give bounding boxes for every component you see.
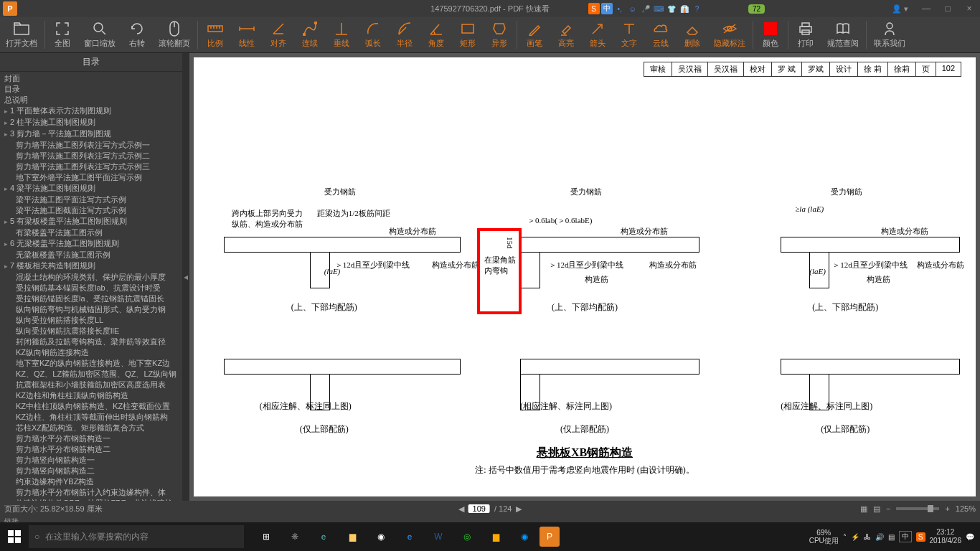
page-number-input[interactable]: 109 xyxy=(468,504,490,513)
tray-up-icon[interactable]: ˄ xyxy=(843,533,847,541)
edge-icon[interactable]: ｅ xyxy=(310,522,337,551)
accel-icon[interactable]: ⚡ xyxy=(851,533,859,541)
toolbar-align-button[interactable]: 对齐 xyxy=(263,17,294,52)
cpu-meter[interactable]: 69% CPU使用 xyxy=(809,529,839,545)
app-icon-3[interactable]: ◉ xyxy=(511,522,538,551)
toc-item[interactable]: 混凝土结构的环境类别、保护层的最小厚度 xyxy=(3,272,182,283)
toolbar-text-button[interactable]: 文字 xyxy=(613,17,645,52)
battery-icon[interactable]: ▤ xyxy=(888,533,895,541)
ie-icon[interactable]: ｅ xyxy=(396,522,423,551)
toolbar-curve-button[interactable]: 连续 xyxy=(294,17,326,52)
toc-item[interactable]: 约束边缘构件YBZ构造 xyxy=(3,476,182,487)
toc-item[interactable]: KZ边柱、角柱柱顶等截面伸出时纵向钢筋构 xyxy=(3,412,182,423)
sogou-tray-icon[interactable]: S xyxy=(916,532,925,542)
toc-item[interactable]: 受拉钢筋基本锚固长度lab、抗震设计时受 xyxy=(3,283,182,293)
toc-item[interactable]: 2 柱平法施工图制图规则 xyxy=(3,117,182,128)
ime-indicator[interactable]: 中 xyxy=(899,531,912,542)
toc-item[interactable]: 有梁楼盖平法施工图示例 xyxy=(3,227,182,238)
ime-emoji-icon[interactable]: ☺ xyxy=(627,3,639,14)
sogou-icon[interactable]: S xyxy=(588,3,600,14)
network-icon[interactable]: 🖧 xyxy=(864,533,871,541)
ime-keyboard-icon[interactable]: ⌨ xyxy=(653,3,664,14)
toc-item[interactable]: 剪力墙竖向钢筋构造二 xyxy=(3,466,182,476)
toc-item[interactable]: 地下室外墙平法施工图平面注写示例 xyxy=(3,172,182,183)
ime-skin1-icon[interactable]: 👕 xyxy=(666,3,677,14)
toolbar-arc-button[interactable]: 弧长 xyxy=(357,17,389,52)
toc-item[interactable]: 梁平法施工图截面注写方式示例 xyxy=(3,205,182,216)
toc-item[interactable]: 剪力墙水平分布钢筋构造一 xyxy=(3,433,182,444)
toc-item[interactable]: KZ中柱柱顶纵向钢筋构造、KZ柱变截面位置 xyxy=(3,401,182,412)
toc-item[interactable]: 抗震框架柱和小墙肢箍筋加密区高度选用表 xyxy=(3,380,182,390)
toc-item[interactable]: KZ、QZ、LZ箍筋加密区范围、QZ、LZ纵向钢 xyxy=(3,369,182,380)
app-icon-2[interactable]: ▆ xyxy=(482,522,509,551)
zoom-slider[interactable] xyxy=(896,507,939,510)
prev-page-icon[interactable]: ◀ xyxy=(458,504,464,514)
volume-icon[interactable]: 🔊 xyxy=(875,533,884,541)
user-menu[interactable]: 👤 ▾ xyxy=(892,4,908,14)
toc-item[interactable]: 梁平法施工图平面注写方式示例 xyxy=(3,194,182,205)
toc-item[interactable]: 目录 xyxy=(3,84,182,95)
close-button[interactable]: × xyxy=(958,0,980,17)
toc-item[interactable]: 剪力墙水平分布钢筋计入约束边缘构件、体 xyxy=(3,487,182,498)
toolbar-ruler-button[interactable]: 比例 xyxy=(199,17,231,52)
toc-item[interactable]: 6 无梁楼盖平法施工图制图规则 xyxy=(3,238,182,250)
360-icon[interactable]: ◎ xyxy=(453,522,481,551)
notification-badge[interactable]: 72 xyxy=(748,4,765,14)
toc-item[interactable]: 总说明 xyxy=(3,95,182,105)
app-icon[interactable]: ❋ xyxy=(281,522,308,551)
chrome-icon[interactable]: ◉ xyxy=(367,522,395,551)
page-navigator[interactable]: ◀ 109 / 124 ▶ xyxy=(458,504,522,514)
toolbar-perp-button[interactable]: 垂线 xyxy=(326,17,357,52)
toolbar-line-button[interactable]: 线性 xyxy=(231,17,263,52)
toc-item[interactable]: 纵向钢筋弯钩与机械锚固形式、纵向受力钢 xyxy=(3,304,182,315)
word-icon[interactable]: W xyxy=(425,522,452,551)
toc-item[interactable]: KZ纵向钢筋连接构造 xyxy=(3,347,182,358)
toolbar-highlight-button[interactable]: 高亮 xyxy=(550,17,582,52)
toc-item[interactable]: KZ边柱和角柱柱顶纵向钢筋构造 xyxy=(3,390,182,401)
zoom-out-icon[interactable]: − xyxy=(886,504,890,513)
next-page-icon[interactable]: ▶ xyxy=(516,504,522,514)
toc-item[interactable]: 剪力墙竖向钢筋构造一 xyxy=(3,455,182,466)
toc-item[interactable]: 剪力墙平法施工图列表注写方式示例二 xyxy=(3,151,182,161)
minimize-button[interactable]: — xyxy=(915,0,937,17)
ime-help-icon[interactable]: ? xyxy=(692,3,703,14)
toc-item[interactable]: 5 有梁板楼盖平法施工图制图规则 xyxy=(3,216,182,227)
toc-item[interactable]: 剪力墙平法施工图列表注写方式示例一 xyxy=(3,140,182,151)
notification-icon[interactable]: 💬 xyxy=(966,533,974,541)
toolbar-hide-button[interactable]: 隐藏标注 xyxy=(708,17,751,52)
toolbar-arrow-button[interactable]: 箭头 xyxy=(582,17,613,52)
ime-skin2-icon[interactable]: 👔 xyxy=(679,3,690,14)
sidebar-collapse-handle[interactable]: ◂ xyxy=(182,53,189,501)
toolbar-radius-button[interactable]: 半径 xyxy=(389,17,420,52)
toolbar-delete-button[interactable]: 删除 xyxy=(677,17,708,52)
toolbar-book-button[interactable]: 规范查阅 xyxy=(821,17,864,52)
toc-item[interactable]: 纵向受拉钢筋抗震搭接长度llE xyxy=(3,326,182,336)
toc-item[interactable]: 3 剪力墙－平法施工图制图规 xyxy=(3,128,182,140)
view-mode-icon[interactable]: ▦ xyxy=(860,504,867,514)
toc-list[interactable]: 封面目录总说明1 平面整体表示方法制图规则2 柱平法施工图制图规则3 剪力墙－平… xyxy=(0,72,182,501)
toc-item[interactable]: 无梁板楼盖平法施工图示例 xyxy=(3,250,182,260)
maximize-button[interactable]: □ xyxy=(937,0,958,17)
toc-item[interactable]: 纵向受拉钢筋搭接长度LL xyxy=(3,315,182,326)
toc-item[interactable]: 4 梁平法施工图制图规则 xyxy=(3,183,182,194)
toolbar-zoom-button[interactable]: 窗口缩放 xyxy=(78,17,121,52)
toc-item[interactable]: 封闭箍筋及拉筋弯钩构造、梁并筋等效直径 xyxy=(3,336,182,347)
toc-item[interactable]: 构造边缘构件GBZ、扶壁柱FBZ、非边缘暗柱 xyxy=(3,498,182,501)
toc-item[interactable]: 1 平面整体表示方法制图规则 xyxy=(3,105,182,117)
ime-lang-icon[interactable]: 中 xyxy=(601,3,613,14)
start-button[interactable] xyxy=(0,522,29,551)
toolbar-rotate-button[interactable]: 右转 xyxy=(121,17,153,52)
toc-item[interactable]: 剪力墙水平分布钢筋构造二 xyxy=(3,444,182,455)
toolbar-folder-button[interactable]: 打开文档 xyxy=(0,17,43,52)
clock[interactable]: 23:12 2018/4/26 xyxy=(930,528,962,545)
toc-item[interactable]: 7 楼板相关构造制图规则 xyxy=(3,260,182,272)
taskbar-search[interactable]: ○ 在这里输入你要搜索的内容 xyxy=(29,525,244,548)
toc-item[interactable]: 剪力墙平法施工图列表注写方式示例三 xyxy=(3,161,182,172)
ime-voice-icon[interactable]: 🎤 xyxy=(640,3,651,14)
ime-punct-icon[interactable]: •, xyxy=(614,3,626,14)
toolbar-print-button[interactable]: 打印 xyxy=(790,17,821,52)
toc-item[interactable]: 芯柱XZ配筋构造、矩形箍筋复合方式 xyxy=(3,423,182,433)
toolbar-poly-button[interactable]: 异形 xyxy=(484,17,515,52)
document-viewport[interactable]: 审核吴汉福吴汉福校对罗 斌罗斌设计徐 莉徐莉页102 受力钢筋 跨内板上部另向受… xyxy=(189,53,980,501)
task-view-icon[interactable]: ⊞ xyxy=(253,522,280,551)
